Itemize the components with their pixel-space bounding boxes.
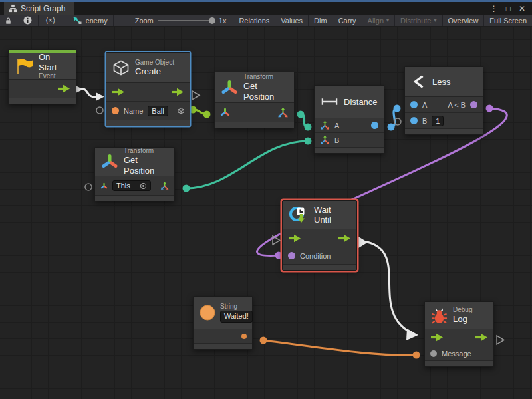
less-than-icon [411,73,427,90]
node-create-game-object[interactable]: Game Object Create Name Ball [106,52,190,126]
overview-button[interactable]: Overview [443,15,485,26]
align-label: Align [368,17,384,25]
lock-button[interactable] [0,15,17,26]
wire-waituntil-log[interactable] [367,242,414,334]
graph-canvas[interactable]: On Start Event Game Object Create [0,27,532,399]
flow-arrow-icon [171,88,184,96]
maximize-icon[interactable]: □ [506,4,511,13]
a-input-port[interactable] [410,101,418,108]
node-title: Wait Until [314,205,350,225]
graph-breadcrumb[interactable]: enemy [63,15,114,26]
port-label: A [334,122,339,130]
name-value-field[interactable]: Ball [148,106,168,116]
wire-getposition-distance-a[interactable] [301,114,308,127]
wire-distance-less[interactable] [391,108,397,127]
flow-arrow-icon [288,234,301,243]
node-title: Distance [344,97,378,107]
window-menu-icon[interactable]: ⋮ [490,4,498,13]
graph-toolbar: ⟨×⟩ enemy Zoom 1x Relations Values Dim C… [0,15,532,27]
tab-script-graph[interactable]: Script Graph [4,2,74,15]
node-wait-until[interactable]: Wait Until Condition [282,200,357,271]
wire-getposition-distance-b[interactable] [186,141,308,188]
vector3-output-port[interactable] [160,180,169,192]
lock-icon [5,17,12,25]
port-label: Name [124,107,143,115]
string-output-port[interactable] [241,334,247,339]
zoom-slider-handle[interactable] [209,17,215,24]
node-footer [405,129,483,134]
wire-string-log-message[interactable] [263,340,416,355]
code-view-button[interactable]: ⟨×⟩ [39,15,63,26]
node-category: Game Object [135,59,174,66]
port-label: B [334,136,339,144]
close-icon[interactable]: ✕ [519,4,525,13]
b-input-port[interactable] [410,117,418,124]
node-subtitle: Event [39,72,70,80]
flow-arrow-icon [112,88,125,96]
distribute-dropdown[interactable]: Distribute ▾ [395,15,442,26]
ports-row: This [95,176,174,196]
flow-ports-row[interactable] [425,329,493,346]
result-output-port[interactable] [470,101,477,108]
node-footer [215,122,294,128]
node-title: Get Position [124,155,168,176]
vector3-input-port[interactable] [320,120,330,130]
node-less[interactable]: Less A A < B B 1 [404,66,483,135]
flow-ports-row[interactable] [283,229,356,247]
input-b-row: B [315,133,384,148]
condition-input-port[interactable] [288,252,295,259]
inspect-button[interactable] [17,15,39,26]
transform-input-port[interactable] [220,108,230,117]
debug-bug-icon [431,307,448,325]
node-footer [425,361,493,366]
carry-button[interactable]: Carry [333,15,362,26]
vector3-input-port[interactable] [320,135,330,145]
node-title: Create [135,66,174,77]
object-picker-icon[interactable] [140,182,147,190]
distance-output-port[interactable] [371,122,378,129]
node-footer [9,98,76,104]
zoom-label: Zoom [135,17,154,25]
b-value-field[interactable]: 1 [432,116,444,126]
graph-hierarchy-icon [9,4,17,13]
transform-input-port[interactable] [100,182,108,190]
node-debug-log[interactable]: Debug Log Message [424,301,494,367]
flow-ports-row[interactable] [106,83,190,102]
flow-output-port[interactable] [9,80,76,98]
node-string-literal[interactable]: String Waited! [193,296,253,350]
fullscreen-button[interactable]: Full Screen [484,15,532,26]
node-distance[interactable]: Distance A B [314,85,384,154]
flag-icon [15,58,33,75]
align-dropdown[interactable]: Align ▾ [362,15,395,26]
script-graph-asset-icon [72,16,82,25]
unconnected-hint-create-out [192,91,200,100]
zoom-slider[interactable] [158,20,214,21]
message-input-port[interactable] [430,350,437,357]
node-type-label: String [220,303,253,311]
port-label: B [422,117,427,125]
wire-waituntil-log-start [358,237,368,248]
string-value-field[interactable]: Waited! [220,311,253,322]
input-a-row: A A < B [405,97,483,113]
node-get-position-top[interactable]: Transform Get Position [214,72,295,128]
this-target-field[interactable]: This [112,180,151,191]
port-label: Message [442,350,471,358]
node-on-start[interactable]: On Start Event [8,49,76,104]
wire-onstart-create[interactable] [80,89,97,98]
name-input-port[interactable] [112,107,119,114]
wire-create-getposition[interactable] [193,110,207,114]
values-button[interactable]: Values [275,15,309,26]
vector3-output-port[interactable] [277,107,289,118]
message-row: Message [425,346,493,361]
port-label: Condition [300,252,331,260]
graph-name: enemy [86,17,108,25]
node-category: Transform [243,73,288,81]
dim-button[interactable]: Dim [309,15,333,26]
game-object-output-port[interactable] [178,106,184,116]
node-get-position-bottom[interactable]: Transform Get Position This [94,147,175,201]
input-a-row: A [315,118,384,133]
unconnected-hint-less-b [394,118,401,125]
chevron-down-icon: ▾ [386,17,389,23]
name-port-row: Name Ball [106,102,190,120]
relations-button[interactable]: Relations [233,15,275,26]
